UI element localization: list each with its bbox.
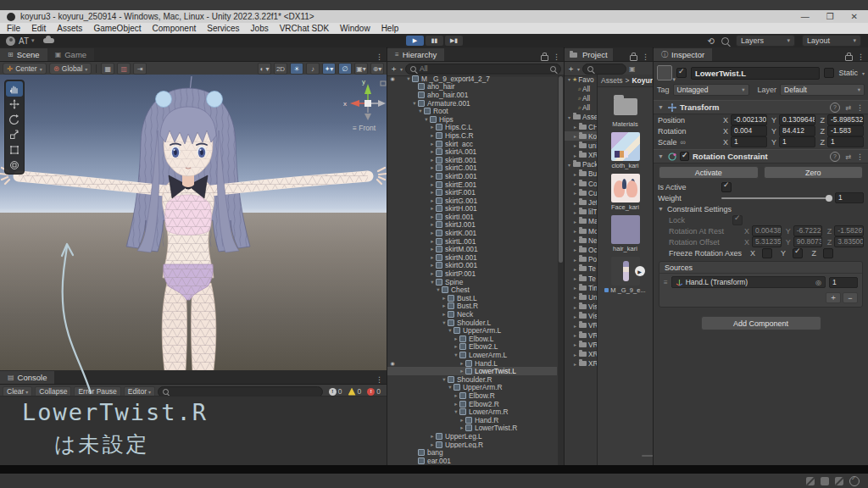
expand-arrow-icon[interactable]: ▾ bbox=[566, 76, 572, 82]
pause-button[interactable]: ▮▮ bbox=[426, 36, 443, 46]
menu-item[interactable]: Services bbox=[207, 24, 239, 33]
hierarchy-row[interactable]: ▾ UpperArm.L bbox=[387, 326, 557, 335]
expand-arrow-icon[interactable]: ▸ bbox=[429, 221, 436, 228]
hierarchy-row[interactable]: ▾ LowerArm.L bbox=[387, 351, 557, 359]
project-tree-row[interactable]: ▸ Ne bbox=[565, 236, 597, 245]
console-log-area[interactable]: LowerTwist.R は未設定 bbox=[0, 396, 387, 466]
rotation-constraint-header[interactable]: ▼ Rotation Constraint ?⇄⋮ bbox=[654, 149, 868, 164]
expand-arrow-icon[interactable]: ▸ bbox=[429, 157, 436, 164]
expand-arrow-icon[interactable]: ▸ bbox=[441, 302, 448, 309]
static-checkbox[interactable] bbox=[824, 68, 834, 78]
hierarchy-row[interactable]: ▸ Hand.R bbox=[387, 416, 557, 424]
tab-project[interactable]: Project bbox=[565, 48, 613, 61]
expand-arrow-icon[interactable]: ▸ bbox=[429, 246, 436, 252]
rotation-x-field[interactable]: 0.004 bbox=[731, 125, 767, 136]
asset-thumbnail[interactable]: ▶ bbox=[611, 174, 640, 202]
expand-arrow-icon[interactable]: ▸ bbox=[572, 133, 578, 139]
scale-tool[interactable] bbox=[6, 127, 23, 142]
project-tree-row[interactable]: ▸ CH bbox=[565, 122, 597, 131]
weight-field[interactable]: 1 bbox=[835, 192, 864, 203]
expand-arrow-icon[interactable]: ▾ bbox=[423, 116, 430, 123]
transform-tool[interactable] bbox=[6, 158, 23, 173]
sdk-status-check-icon[interactable] bbox=[849, 476, 860, 486]
freeze-y-checkbox[interactable] bbox=[793, 248, 803, 258]
presets-icon[interactable]: ⇄ bbox=[845, 103, 851, 112]
console-menu-kebab-icon[interactable]: ⋮ bbox=[376, 375, 383, 384]
restore-button[interactable]: ❐ bbox=[826, 12, 834, 21]
hierarchy-lock-icon[interactable] bbox=[541, 55, 548, 61]
hierarchy-row[interactable]: ▸ skirtA.001 bbox=[387, 147, 557, 156]
expand-arrow-icon[interactable]: ▾ bbox=[566, 114, 572, 120]
cloud-services-icon[interactable] bbox=[43, 38, 54, 43]
hierarchy-row[interactable]: ▸ Bust.R bbox=[387, 302, 557, 311]
hierarchy-row[interactable]: ▾ Shoulder.R bbox=[387, 375, 557, 384]
hierarchy-row[interactable]: ▸ Elbow2.L bbox=[387, 343, 557, 352]
expand-arrow-icon[interactable]: ▾ bbox=[441, 319, 448, 326]
hierarchy-row[interactable]: ▾ LowerArm.R bbox=[387, 408, 557, 416]
tag-dropdown[interactable]: Untagged▾ bbox=[673, 84, 749, 96]
sdk-status-icon-2[interactable] bbox=[821, 477, 829, 485]
hierarchy-row[interactable]: ear.001 bbox=[387, 457, 557, 465]
position-y-field[interactable]: 0.1309648 bbox=[779, 114, 815, 125]
minimize-button[interactable]: — bbox=[801, 12, 810, 21]
expand-arrow-icon[interactable]: ▸ bbox=[572, 266, 578, 272]
tab-console[interactable]: ▤Console bbox=[0, 371, 54, 384]
asset-thumbnail[interactable]: ▶ bbox=[611, 132, 640, 161]
project-tree-row[interactable]: ▸ Te bbox=[565, 264, 597, 274]
visibility-eye-icon[interactable] bbox=[387, 75, 398, 81]
hierarchy-row[interactable]: ▸ UpperLeg.R bbox=[387, 441, 557, 449]
expand-arrow-icon[interactable]: ▸ bbox=[429, 148, 436, 155]
expand-arrow-icon[interactable]: ▾ bbox=[441, 376, 448, 383]
expand-arrow-icon[interactable]: ▸ bbox=[572, 294, 578, 300]
hierarchy-row[interactable]: ▸ skirtB.001 bbox=[387, 156, 557, 164]
menu-item[interactable]: VRChat SDK bbox=[280, 24, 329, 33]
source-weight-field[interactable]: 1 bbox=[829, 277, 858, 288]
project-tree-row[interactable]: ▸ Po bbox=[565, 255, 597, 264]
space-dropdown[interactable]: ⊛Global▾ bbox=[49, 63, 92, 75]
component-kebab-icon[interactable]: ⋮ bbox=[856, 103, 864, 112]
expand-arrow-icon[interactable]: ▸ bbox=[572, 219, 578, 225]
expand-arrow-icon[interactable]: ▾ bbox=[405, 75, 412, 82]
source-object-field[interactable]: Hand.L (Transform) ◎ bbox=[671, 276, 826, 288]
expand-arrow-icon[interactable]: ▸ bbox=[459, 368, 465, 374]
expand-arrow-icon[interactable]: ▾ bbox=[447, 327, 453, 334]
asset-item[interactable]: ▶ Face_kari bbox=[611, 174, 640, 211]
project-tree-row[interactable]: ▾ ★ Favo bbox=[565, 75, 597, 84]
close-button[interactable]: ✕ bbox=[851, 12, 858, 21]
asset-thumbnail[interactable]: ▶ bbox=[611, 257, 640, 286]
hierarchy-row[interactable]: ▸ Bust.L bbox=[387, 294, 557, 302]
hierarchy-row[interactable]: ▸ skirtO.001 bbox=[387, 262, 557, 270]
inspector-lock-icon[interactable] bbox=[845, 55, 853, 61]
hand-tool[interactable] bbox=[6, 81, 23, 97]
foldout-arrow-icon[interactable]: ▼ bbox=[658, 206, 665, 212]
menu-item[interactable]: Help bbox=[381, 24, 399, 33]
project-tree-row[interactable]: ▸ Te bbox=[565, 274, 597, 283]
presets-icon[interactable]: ⇄ bbox=[845, 152, 851, 161]
scene-effects-dropdown[interactable]: ✦▾ bbox=[322, 63, 336, 75]
scene-viewport[interactable]: y x ≡ Front bbox=[0, 75, 387, 370]
hierarchy-row[interactable]: ▸ Hips.C.L bbox=[387, 124, 557, 132]
scene-visibility-icon[interactable]: ∅ bbox=[338, 63, 352, 75]
expand-arrow-icon[interactable]: ▸ bbox=[429, 181, 436, 188]
expand-arrow-icon[interactable]: ▸ bbox=[429, 124, 436, 130]
expand-arrow-icon[interactable]: ▸ bbox=[572, 228, 578, 234]
account-caret-icon[interactable]: ▾ bbox=[31, 37, 35, 44]
project-tree-row[interactable]: ▸ Oc bbox=[565, 245, 597, 254]
tab-scene[interactable]: ⊞Scene bbox=[0, 48, 47, 61]
expand-arrow-icon[interactable]: ▸ bbox=[572, 180, 578, 186]
expand-arrow-icon[interactable]: ▸ bbox=[572, 190, 578, 196]
hierarchy-row[interactable]: ▸ skirt_acc bbox=[387, 140, 557, 148]
hierarchy-row[interactable]: ▸ Neck bbox=[387, 310, 557, 319]
expand-arrow-icon[interactable]: ▸ bbox=[429, 141, 436, 147]
help-icon[interactable]: ? bbox=[830, 152, 840, 162]
tab-game[interactable]: ▣Game bbox=[47, 48, 94, 61]
project-tree-row[interactable]: ▸ VRC bbox=[565, 330, 597, 340]
project-lock-icon[interactable] bbox=[630, 55, 637, 61]
breadcrumb-root[interactable]: Assets bbox=[601, 76, 623, 85]
hierarchy-row[interactable]: ▾ Root bbox=[387, 107, 557, 115]
expand-arrow-icon[interactable]: ▸ bbox=[429, 270, 436, 277]
component-enabled-checkbox[interactable] bbox=[680, 152, 689, 161]
project-tree-row[interactable]: ▾ Pack bbox=[565, 160, 597, 169]
move-tool[interactable] bbox=[6, 97, 23, 112]
expand-arrow-icon[interactable]: ▸ bbox=[453, 401, 459, 408]
